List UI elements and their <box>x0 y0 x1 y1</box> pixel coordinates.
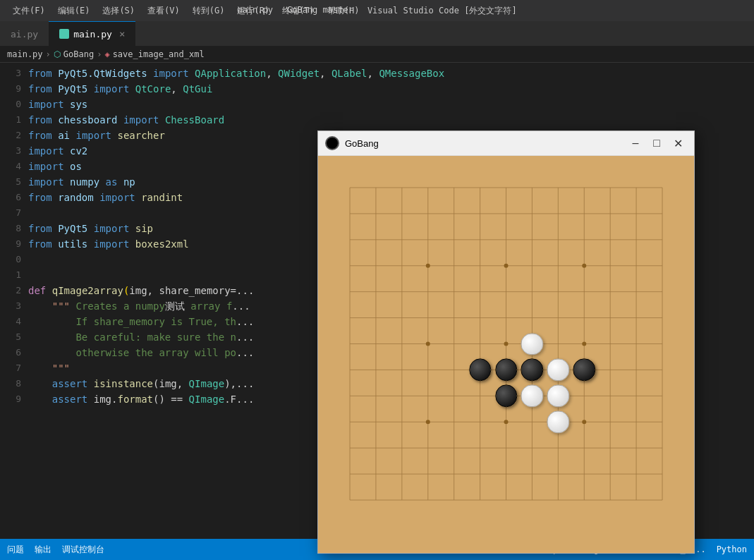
line-num-16: 3 <box>0 298 28 314</box>
tab-aipy[interactable]: ai.py <box>0 21 49 46</box>
line-code-20: """ <box>28 360 70 376</box>
svg-point-30 <box>582 420 586 424</box>
gobang-window: GoBang – □ ✕ <box>317 130 695 554</box>
line-code-1: from PyQt5.QtWidgets import QApplication… <box>28 66 444 81</box>
gobang-title-text: GoBang <box>345 138 621 149</box>
breadcrumb-func-label: save_image_and_xml <box>113 49 205 59</box>
line-num-10: 7 <box>0 205 28 221</box>
breadcrumb-func-icon: ◈ <box>104 49 109 59</box>
line-num-22: 9 <box>0 391 28 407</box>
statusbar-language[interactable]: Python <box>717 544 747 554</box>
line-code-15: def qImage2array(img, share_memory=... <box>28 283 254 298</box>
gobang-titlebar: GoBang – □ ✕ <box>318 131 694 156</box>
code-line-4: 1 from chessboard import ChessBoard <box>0 112 754 128</box>
line-num-14: 1 <box>0 267 28 283</box>
breadcrumb-gobang-label: GoBang <box>63 49 94 59</box>
line-num-9: 6 <box>0 190 28 205</box>
gobang-minimize-button[interactable]: – <box>626 135 645 151</box>
line-num-6: 3 <box>0 143 28 159</box>
svg-point-35 <box>504 420 509 424</box>
breadcrumb-func[interactable]: ◈ save_image_and_xml <box>104 49 204 59</box>
line-num-1: 3 <box>0 66 28 81</box>
menu-file[interactable]: 文件(F) <box>7 4 51 18</box>
title-bar: 文件(F) 编辑(E) 选择(S) 查看(V) 转到(G) 运行(R) 终端(T… <box>0 0 754 21</box>
svg-point-28 <box>426 420 430 424</box>
svg-point-31 <box>504 342 509 346</box>
tab-mainpy[interactable]: main.py × <box>49 21 135 46</box>
menu-goto[interactable]: 转到(G) <box>187 4 231 18</box>
tab-mainpy-label: main.py <box>73 29 112 39</box>
bottom-left: 问题 输出 调试控制台 <box>7 544 104 556</box>
line-code-21: assert isinstance(img, QImage),... <box>28 376 254 391</box>
menu-edit[interactable]: 编辑(E) <box>52 4 96 18</box>
svg-point-32 <box>426 342 430 346</box>
line-code-6: import cv2 <box>28 143 87 159</box>
statusbar-output[interactable]: 输出 <box>35 544 51 556</box>
gobang-title-icon <box>325 136 339 150</box>
line-num-15: 2 <box>0 283 28 298</box>
svg-point-27 <box>426 264 430 268</box>
breadcrumb-sep2: › <box>97 49 102 59</box>
window-title: main.py GoBang master Visual Studio Code… <box>237 5 516 17</box>
line-code-18: Be careful: make sure the n... <box>28 329 254 345</box>
chess-board[interactable] <box>332 170 680 539</box>
line-num-2: 9 <box>0 81 28 97</box>
line-num-5: 2 <box>0 128 28 143</box>
line-num-4: 1 <box>0 112 28 128</box>
line-num-13: 0 <box>0 252 28 267</box>
line-num-3: 0 <box>0 97 28 112</box>
line-num-21: 8 <box>0 376 28 391</box>
line-code-19: otherwise the array will po... <box>28 345 254 360</box>
line-num-20: 7 <box>0 360 28 376</box>
svg-point-34 <box>582 342 586 346</box>
breadcrumb: main.py › ⬡ GoBang › ◈ save_image_and_xm… <box>0 46 754 63</box>
line-num-19: 6 <box>0 345 28 360</box>
line-code-8: import numpy as np <box>28 174 135 190</box>
breadcrumb-mainpy[interactable]: main.py <box>7 49 43 59</box>
line-code-3: import sys <box>28 97 87 112</box>
line-num-11: 8 <box>0 221 28 236</box>
gobang-controls: – □ ✕ <box>626 135 687 151</box>
menu-select[interactable]: 选择(S) <box>97 4 140 18</box>
line-num-7: 4 <box>0 159 28 174</box>
tab-mainpy-close[interactable]: × <box>119 28 125 39</box>
svg-rect-0 <box>61 31 67 37</box>
code-line-3: 0 import sys <box>0 97 754 112</box>
gobang-close-button[interactable]: ✕ <box>669 135 687 151</box>
breadcrumb-mainpy-label: main.py <box>7 49 43 59</box>
line-code-16: """ Creates a numpy测试 array f... <box>28 298 250 314</box>
gobang-maximize-button[interactable]: □ <box>647 135 666 151</box>
breadcrumb-gobang[interactable]: ⬡ GoBang <box>54 49 94 59</box>
line-code-7: import os <box>28 159 82 174</box>
line-code-9: from random import randint <box>28 190 183 205</box>
breadcrumb-sep1: › <box>46 49 51 59</box>
line-code-17: If share_memory is True, th... <box>28 314 254 329</box>
tab-aipy-label: ai.py <box>11 29 38 39</box>
line-num-12: 9 <box>0 236 28 252</box>
menu-view[interactable]: 查看(V) <box>142 4 186 18</box>
line-code-22: assert img.format() == QImage.F... <box>28 391 254 407</box>
statusbar-issues[interactable]: 问题 <box>7 544 24 556</box>
line-code-5: from ai import searcher <box>28 128 165 143</box>
line-num-8: 5 <box>0 174 28 190</box>
svg-point-29 <box>582 264 586 268</box>
tab-bar: ai.py main.py × <box>0 21 754 46</box>
chess-board-container <box>318 156 694 553</box>
line-code-4: from chessboard import ChessBoard <box>28 112 224 128</box>
line-num-17: 4 <box>0 314 28 329</box>
line-num-18: 5 <box>0 329 28 345</box>
tab-mainpy-icon <box>59 29 69 39</box>
code-line-2: 9 from PyQt5 import QtCore, QtGui <box>0 81 754 97</box>
code-line-1: 3 from PyQt5.QtWidgets import QApplicati… <box>0 66 754 81</box>
svg-point-33 <box>504 264 509 268</box>
breadcrumb-gobang-icon: ⬡ <box>54 49 61 59</box>
board-grid <box>332 170 680 539</box>
line-code-11: from PyQt5 import sip <box>28 221 153 236</box>
line-code-2: from PyQt5 import QtCore, QtGui <box>28 81 212 97</box>
line-code-12: from utils import boxes2xml <box>28 236 189 252</box>
statusbar-debug[interactable]: 调试控制台 <box>62 544 104 556</box>
